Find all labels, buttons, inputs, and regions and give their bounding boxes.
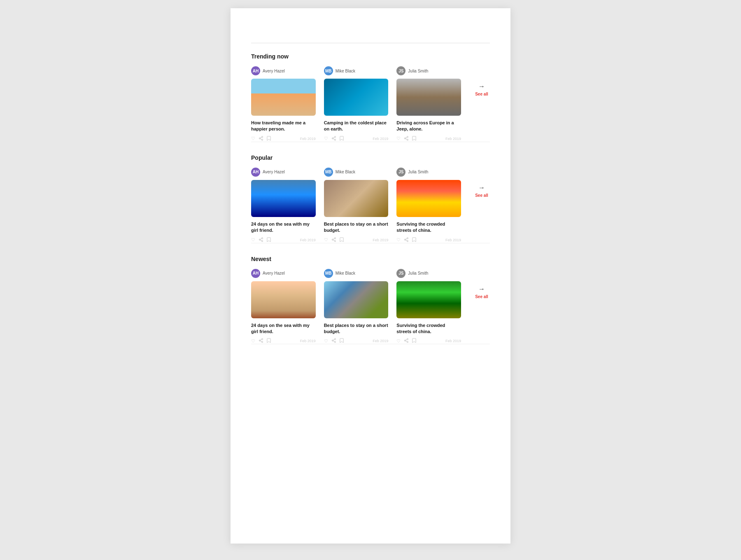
- bookmark-icon[interactable]: [412, 338, 416, 344]
- card-image: [324, 79, 389, 116]
- svg-point-2: [262, 139, 263, 140]
- card-title: 24 days on the sea with my girl friend.: [251, 322, 316, 335]
- share-icon[interactable]: [331, 237, 336, 243]
- see-all-container: →See all: [469, 269, 490, 299]
- avatar: JS: [396, 66, 405, 75]
- author-name: Julia Smith: [408, 69, 428, 73]
- heart-icon[interactable]: ♡: [324, 338, 328, 344]
- bookmark-icon[interactable]: [267, 237, 271, 243]
- card-date: Feb 2019: [445, 238, 461, 242]
- svg-line-28: [406, 240, 407, 240]
- card-author-trending-1: MBMike Black: [324, 66, 389, 75]
- card-trending-0: AHAvery HazelHow traveling made me a hap…: [251, 66, 324, 142]
- bookmark-icon[interactable]: [412, 237, 416, 243]
- share-icon[interactable]: [331, 136, 336, 142]
- svg-point-16: [259, 239, 261, 240]
- arrow-right-icon[interactable]: →: [478, 184, 485, 191]
- see-all-button[interactable]: See all: [475, 92, 488, 96]
- bookmark-icon[interactable]: [340, 338, 344, 344]
- card-title: Surviving the crowded streets of china.: [396, 221, 461, 234]
- share-icon[interactable]: [404, 136, 409, 142]
- svg-line-8: [333, 139, 334, 140]
- share-icon[interactable]: [404, 338, 409, 344]
- svg-point-40: [407, 338, 408, 340]
- card-author-newest-2: JSJulia Smith: [396, 269, 461, 278]
- bookmark-icon[interactable]: [267, 338, 271, 344]
- card-title: How traveling made me a happier person.: [251, 120, 316, 133]
- card-date: Feb 2019: [373, 137, 388, 141]
- heart-icon[interactable]: ♡: [251, 338, 255, 344]
- nav-tabs: [251, 36, 477, 39]
- section-divider: [251, 344, 490, 344]
- section-newest: NewestAHAvery Hazel24 days on the sea wi…: [251, 256, 490, 345]
- card-date: Feb 2019: [300, 339, 316, 343]
- bookmark-icon[interactable]: [267, 136, 271, 142]
- card-actions: ♡Feb 2019: [251, 136, 316, 142]
- card-author-popular-2: JSJulia Smith: [396, 168, 461, 177]
- svg-point-25: [407, 238, 408, 239]
- svg-line-3: [260, 139, 261, 140]
- section-popular: PopularAHAvery Hazel24 days on the sea w…: [251, 154, 490, 243]
- heart-icon[interactable]: ♡: [396, 338, 401, 344]
- svg-line-4: [260, 137, 261, 138]
- see-all-container: →See all: [469, 168, 490, 198]
- avatar: JS: [396, 168, 405, 177]
- card-actions: ♡Feb 2019: [251, 338, 316, 344]
- svg-line-29: [406, 238, 407, 239]
- heart-icon[interactable]: ♡: [324, 237, 328, 243]
- share-icon[interactable]: [331, 338, 336, 344]
- author-name: Avery Hazel: [263, 271, 285, 275]
- svg-point-37: [334, 341, 336, 343]
- author-name: Avery Hazel: [263, 69, 285, 73]
- heart-icon[interactable]: ♡: [396, 237, 401, 243]
- see-all-button[interactable]: See all: [475, 193, 488, 198]
- author-name: Mike Black: [336, 271, 355, 275]
- avatar: MB: [324, 66, 333, 75]
- svg-line-13: [406, 139, 407, 140]
- heart-icon[interactable]: ♡: [251, 237, 255, 243]
- bookmark-icon[interactable]: [412, 136, 416, 142]
- share-icon[interactable]: [259, 338, 263, 344]
- svg-point-36: [332, 340, 333, 341]
- svg-line-14: [406, 137, 407, 138]
- bookmark-icon[interactable]: [340, 237, 344, 243]
- header: [251, 21, 490, 26]
- bookmark-icon[interactable]: [340, 136, 344, 142]
- svg-line-18: [260, 240, 261, 240]
- svg-point-6: [332, 138, 333, 139]
- card-title: Camping in the coldest place on earth.: [324, 120, 389, 133]
- heart-icon[interactable]: ♡: [396, 136, 401, 141]
- svg-point-41: [405, 340, 406, 341]
- share-icon[interactable]: [259, 237, 263, 243]
- heart-icon[interactable]: ♡: [251, 136, 255, 141]
- author-name: Julia Smith: [408, 170, 428, 174]
- share-icon[interactable]: [259, 136, 263, 142]
- card-actions: ♡Feb 2019: [324, 237, 389, 243]
- card-image: [396, 281, 461, 318]
- arrow-right-icon[interactable]: →: [478, 83, 485, 90]
- svg-point-10: [407, 136, 408, 138]
- svg-line-33: [260, 341, 261, 342]
- arrow-right-icon[interactable]: →: [478, 285, 485, 293]
- svg-point-21: [332, 239, 333, 240]
- card-date: Feb 2019: [445, 339, 461, 343]
- svg-point-26: [405, 239, 406, 240]
- avatar: AH: [251, 269, 260, 278]
- heart-icon[interactable]: ♡: [324, 136, 328, 141]
- card-title: Driving across Europe in a Jeep, alone.: [396, 120, 461, 133]
- card-date: Feb 2019: [373, 238, 388, 242]
- svg-line-34: [260, 340, 261, 341]
- share-icon[interactable]: [404, 237, 409, 243]
- svg-point-11: [405, 138, 406, 139]
- section-trending: Trending nowAHAvery HazelHow traveling m…: [251, 53, 490, 142]
- svg-point-7: [334, 139, 336, 140]
- avatar: MB: [324, 269, 333, 278]
- see-all-button[interactable]: See all: [475, 294, 488, 299]
- svg-point-20: [334, 238, 336, 239]
- svg-line-44: [406, 340, 407, 341]
- svg-point-31: [259, 340, 261, 341]
- card-date: Feb 2019: [300, 238, 316, 242]
- svg-point-27: [407, 240, 408, 242]
- svg-line-23: [333, 240, 334, 240]
- svg-point-1: [259, 138, 261, 139]
